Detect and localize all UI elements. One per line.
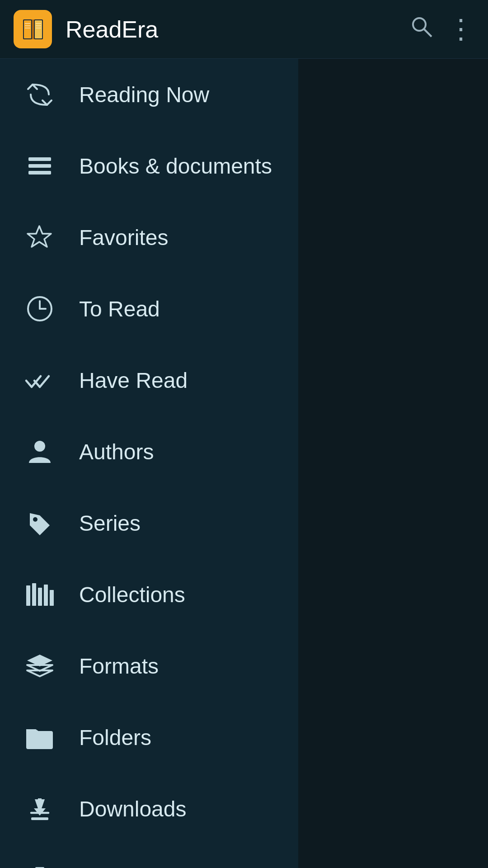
svg-rect-20 bbox=[25, 25, 30, 26]
download-icon bbox=[23, 795, 56, 823]
sidebar-item-authors[interactable]: Authors bbox=[0, 416, 298, 487]
svg-marker-44 bbox=[27, 670, 52, 676]
svg-rect-30 bbox=[28, 171, 51, 175]
sidebar-item-have-read[interactable]: Have Read bbox=[0, 344, 298, 416]
svg-rect-40 bbox=[44, 585, 48, 606]
sidebar-item-series-label: Series bbox=[79, 511, 141, 536]
sidebar-item-series[interactable]: Series bbox=[0, 487, 298, 559]
search-icon[interactable] bbox=[409, 14, 434, 44]
clock-icon bbox=[23, 295, 56, 323]
sidebar-item-folders[interactable]: Folders bbox=[0, 702, 298, 773]
svg-point-26 bbox=[413, 18, 426, 31]
list-icon bbox=[23, 154, 56, 179]
sidebar-item-reading-now[interactable]: Reading Now bbox=[0, 59, 298, 130]
svg-marker-31 bbox=[28, 226, 51, 247]
sidebar-item-collections[interactable]: Collections bbox=[0, 559, 298, 630]
svg-rect-28 bbox=[28, 157, 51, 161]
svg-rect-19 bbox=[25, 23, 30, 24]
sidebar-item-downloads[interactable]: Downloads bbox=[0, 773, 298, 844]
svg-rect-29 bbox=[28, 164, 51, 168]
sidebar-item-reading-now-label: Reading Now bbox=[79, 82, 209, 107]
double-check-icon bbox=[23, 368, 56, 393]
sidebar-item-books-documents[interactable]: Books & documents bbox=[0, 130, 298, 202]
svg-rect-21 bbox=[25, 28, 30, 28]
navigation-drawer: Reading Now Books & documents Favorites bbox=[0, 59, 298, 868]
sidebar-item-folders-label: Folders bbox=[79, 725, 151, 750]
svg-rect-39 bbox=[38, 588, 42, 606]
app-logo bbox=[14, 10, 52, 48]
top-icons: ⋮ bbox=[409, 14, 474, 44]
sidebar-item-formats[interactable]: Formats bbox=[0, 630, 298, 702]
star-icon bbox=[23, 224, 56, 251]
sidebar-item-authors-label: Authors bbox=[79, 439, 154, 464]
app-title: ReadEra bbox=[66, 16, 395, 43]
svg-rect-22 bbox=[36, 23, 41, 24]
person-icon bbox=[23, 438, 56, 465]
svg-point-35 bbox=[34, 441, 45, 452]
folder-icon bbox=[23, 725, 56, 750]
more-options-icon[interactable]: ⋮ bbox=[447, 16, 474, 43]
sidebar-item-downloads-label: Downloads bbox=[79, 797, 186, 821]
svg-rect-46 bbox=[31, 817, 48, 820]
svg-rect-38 bbox=[32, 583, 36, 606]
svg-rect-24 bbox=[36, 28, 41, 28]
trash-icon bbox=[23, 866, 56, 868]
svg-rect-23 bbox=[36, 25, 41, 26]
svg-rect-41 bbox=[50, 590, 54, 606]
sidebar-item-have-read-label: Have Read bbox=[79, 368, 188, 393]
layers-icon bbox=[23, 652, 56, 679]
sidebar-item-favorites[interactable]: Favorites bbox=[0, 202, 298, 273]
repeat-icon bbox=[23, 82, 56, 107]
sidebar-item-books-documents-label: Books & documents bbox=[79, 154, 272, 179]
sidebar-item-collections-label: Collections bbox=[79, 582, 185, 607]
collections-icon bbox=[23, 581, 56, 608]
sidebar-item-to-read-label: To Read bbox=[79, 297, 160, 321]
tag-icon bbox=[23, 509, 56, 537]
svg-line-27 bbox=[424, 29, 432, 37]
sidebar-item-to-read[interactable]: To Read bbox=[0, 273, 298, 344]
top-bar: ReadEra ⋮ bbox=[0, 0, 488, 59]
sidebar-item-formats-label: Formats bbox=[79, 654, 159, 679]
svg-rect-37 bbox=[26, 585, 30, 606]
svg-rect-25 bbox=[32, 19, 34, 39]
sidebar-item-favorites-label: Favorites bbox=[79, 225, 168, 250]
svg-point-36 bbox=[33, 517, 38, 522]
sidebar-item-trash[interactable]: Trash bbox=[0, 844, 298, 868]
